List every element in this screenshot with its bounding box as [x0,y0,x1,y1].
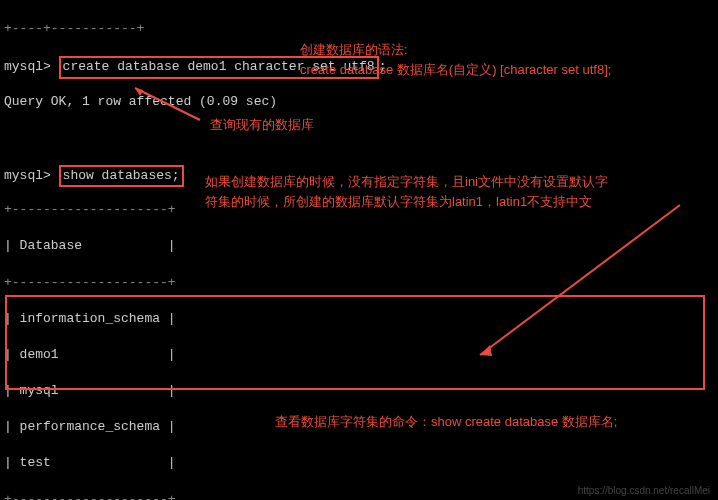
mysql-prompt: mysql> [4,59,59,74]
table-row: | information_schema | [4,310,714,328]
table-header: | Database | [4,237,714,255]
table-row: | test | [4,454,714,472]
blank [4,129,714,147]
query-result: Query OK, 1 row affected (0.09 sec) [4,93,714,111]
show-databases-cmd: show databases; [59,165,184,187]
table-row: | demo1 | [4,346,714,364]
annotation-charset-cmd: 查看数据库字符集的命令：show create database 数据库名; [275,412,617,432]
annotation-syntax: 创建数据库的语法: create database 数据库名(自定义) [cha… [300,40,611,79]
separator-row: +----+-----------+ [4,20,714,38]
watermark: https://blog.csdn.net/recallMei [578,484,710,498]
table-border: +--------------------+ [4,274,714,292]
mysql-prompt: mysql> [4,168,59,183]
annotation-query-existing: 查询现有的数据库 [210,115,314,135]
annotation-latin-note: 如果创建数据库的时候，没有指定字符集，且ini文件中没有设置默认字 符集的时候，… [205,172,695,211]
table-row: | mysql | [4,382,714,400]
